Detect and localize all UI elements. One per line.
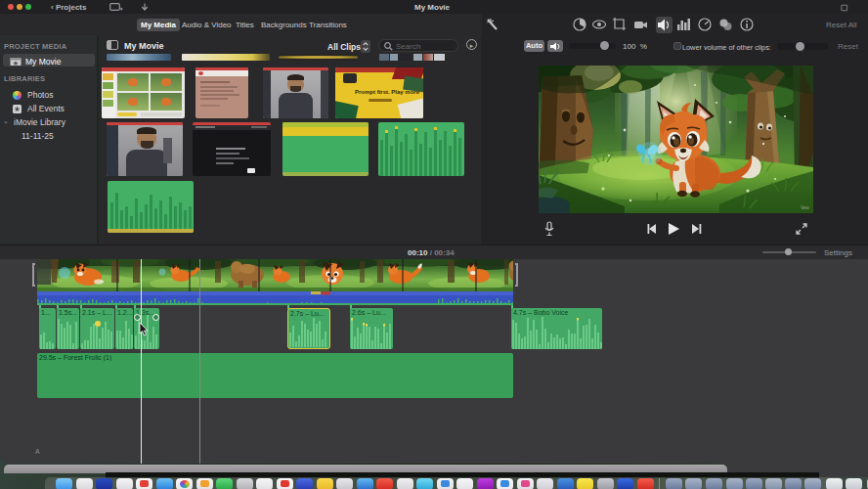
svg-text:Veo: Veo [801, 204, 809, 210]
